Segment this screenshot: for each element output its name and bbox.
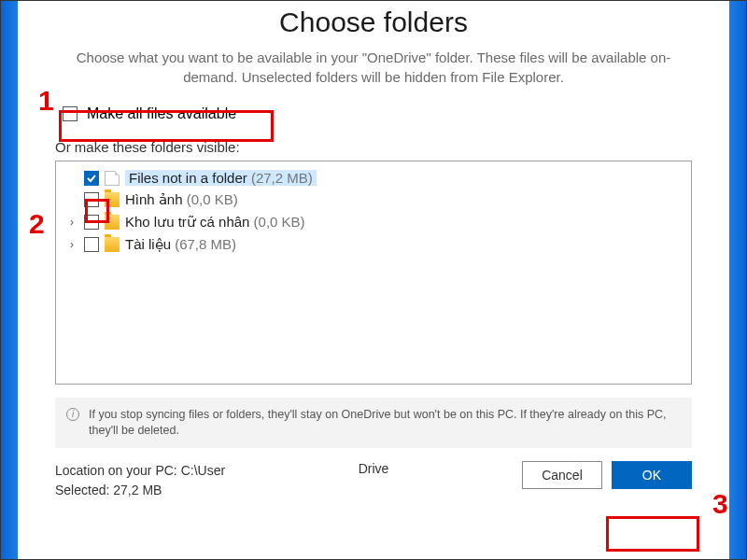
window-edge-right (729, 1, 746, 559)
folder-size: (67,8 MB) (175, 236, 236, 252)
folder-checkbox[interactable] (84, 171, 99, 186)
drive-label: Drive (359, 461, 389, 476)
info-icon: i (66, 408, 79, 421)
info-banner: i If you stop syncing files or folders, … (55, 398, 692, 448)
folder-checkbox[interactable] (84, 237, 99, 252)
folder-tree[interactable]: Files not in a folder (27,2 MB)Hình ảnh … (55, 161, 692, 385)
folder-checkbox[interactable] (84, 192, 99, 207)
folder-icon (105, 192, 120, 207)
folder-label: Tài liệu (67,8 MB) (125, 236, 236, 253)
file-icon (105, 171, 120, 186)
selected-size-label: Selected: 27,2 MB (55, 481, 225, 500)
folder-icon (105, 215, 120, 230)
window-edge-left (1, 1, 18, 559)
tree-row[interactable]: ›Kho lưu trữ cá nhân (0,0 KB) (63, 211, 684, 233)
folder-size: (0,0 KB) (254, 214, 305, 230)
expander-icon[interactable]: › (65, 238, 78, 251)
tree-row[interactable]: Files not in a folder (27,2 MB) (63, 167, 684, 189)
folder-icon (105, 237, 120, 252)
make-all-files-label: Make all files available (87, 105, 236, 122)
dialog-subtitle: Choose what you want to be available in … (75, 48, 672, 87)
ok-button[interactable]: OK (612, 461, 692, 489)
choose-folders-dialog: Choose folders Choose what you want to b… (18, 1, 729, 559)
dialog-footer: Location on your PC: C:\User Selected: 2… (55, 461, 692, 500)
folder-size: (0,0 KB) (187, 191, 238, 207)
folder-label: Kho lưu trữ cá nhân (0,0 KB) (125, 214, 305, 231)
dialog-title: Choose folders (55, 7, 692, 38)
make-all-files-checkbox[interactable] (63, 106, 78, 121)
footer-info: Location on your PC: C:\User Selected: 2… (55, 461, 225, 500)
tree-row[interactable]: ›Tài liệu (67,8 MB) (63, 233, 684, 256)
tree-row[interactable]: Hình ảnh (0,0 KB) (63, 189, 684, 211)
location-label: Location on your PC: C:\User (55, 461, 225, 481)
cancel-button-label: Cancel (542, 468, 583, 483)
make-all-files-row[interactable]: Make all files available (55, 100, 275, 128)
visible-folders-label: Or make these folders visible: (55, 139, 692, 155)
folder-checkbox[interactable] (84, 215, 99, 230)
ok-button-label: OK (642, 468, 661, 483)
folder-label: Files not in a folder (27,2 MB) (125, 170, 317, 186)
cancel-button[interactable]: Cancel (522, 461, 602, 489)
folder-size: (27,2 MB) (251, 170, 313, 186)
folder-label: Hình ảnh (0,0 KB) (125, 191, 238, 208)
expander-icon[interactable]: › (65, 216, 78, 229)
info-text: If you stop syncing files or folders, th… (89, 407, 681, 439)
